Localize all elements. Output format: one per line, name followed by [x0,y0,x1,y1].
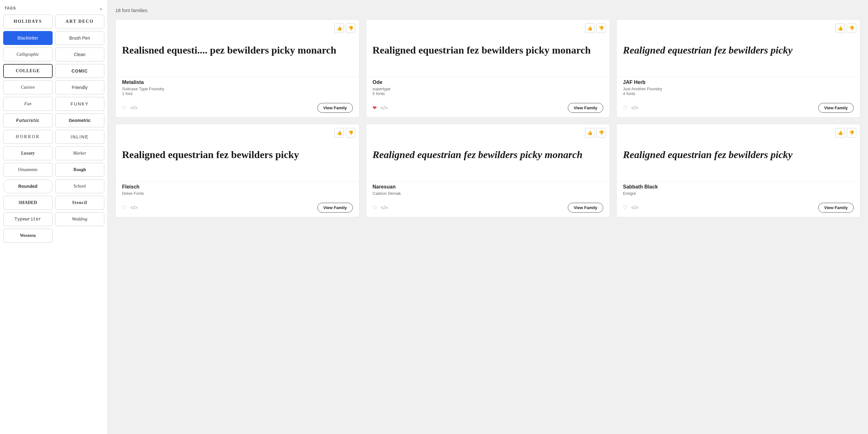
upvote-button[interactable]: 👍 [585,128,594,137]
font-count: 5 fonts [372,91,603,96]
font-card-fleisch: 👍 👎 Realigned equestrian fez bewilders p… [115,124,360,217]
tag-stencil[interactable]: Stencil [55,196,104,210]
embed-icon[interactable]: </> [631,205,639,211]
upvote-button[interactable]: 👍 [835,128,845,137]
font-foundry: Delve Fonts [122,191,353,196]
embed-icon[interactable]: </> [380,105,388,111]
view-family-button[interactable]: View Family [568,103,603,113]
tag-friendly[interactable]: Friendly [55,80,104,94]
font-card-metalista: 👍 👎 Realisned equesti.... pez bewilders … [115,19,360,118]
tag-horror[interactable]: HORROR [3,130,53,144]
tag-funky[interactable]: FUNKY [55,97,104,111]
like-icon[interactable]: ♡ [122,105,126,111]
embed-icon[interactable]: </> [130,205,137,211]
font-foundry: supertype [372,87,603,91]
font-name: Ode [372,79,603,85]
like-icon[interactable]: ♡ [623,205,627,211]
tags-grid: HOLIDAYSART DECOBlackletterBrush PenCall… [3,14,104,243]
card-info: JAF Herb Just Another Foundry 4 fonts [617,77,860,100]
tag-calligraphic[interactable]: Calligraphic [3,47,53,62]
tag-brushpen[interactable]: Brush Pen [55,31,104,45]
card-info: Ode supertype 5 fonts [366,77,610,100]
font-preview: Realigned equestrian fez bewilders picky… [366,124,610,181]
tag-western[interactable]: Western [3,229,53,243]
tag-futuristic[interactable]: Futuristic [3,113,53,127]
tag-rounded[interactable]: Rounded [3,179,53,193]
font-foundry: Just Another Foundry [623,87,854,91]
card-actions: ♡ </> View Family [116,100,359,117]
tag-clean[interactable]: Clean [55,47,104,62]
tag-artdeco[interactable]: ART DECO [55,14,104,29]
upvote-button[interactable]: 👍 [335,128,344,137]
vote-icons: 👍 👎 [335,128,355,137]
font-foundry: Cadson Demak [372,191,603,196]
downvote-button[interactable]: 👎 [596,128,606,137]
vote-icons: 👍 👎 [335,24,355,33]
tag-school[interactable]: School [55,179,104,193]
embed-icon[interactable]: </> [130,105,137,111]
font-card-ode: 👍 👎 Realigned equestrian fez bewilders p… [366,19,610,118]
tag-shaded[interactable]: SHADED [3,196,53,210]
tag-inline[interactable]: INLINE [55,130,104,144]
downvote-button[interactable]: 👎 [346,24,355,33]
tag-comic[interactable]: COMIC [55,64,104,78]
font-preview: Realigned equestrian fez bewilders picky [617,20,860,77]
tag-luxury[interactable]: Luxury [3,146,53,160]
downvote-button[interactable]: 👎 [346,128,355,137]
card-actions: ♡ </> View Family [116,200,359,217]
font-name: Sabbath Black [623,184,854,190]
like-icon[interactable]: ♡ [122,205,126,211]
tag-college[interactable]: COLLEGE [3,64,53,78]
font-preview: Realigned equestrian fez bewilders picky [116,124,359,181]
vote-icons: 👍 👎 [585,24,606,33]
tag-fun[interactable]: Fun [3,97,53,111]
view-family-button[interactable]: View Family [317,203,353,212]
font-card-sabbathblack: 👍 👎 Realigned equestrian fez bewilders p… [616,124,860,217]
vote-icons: 👍 👎 [585,128,606,137]
view-family-button[interactable]: View Family [818,103,854,113]
like-icon[interactable]: ♡ [623,105,627,111]
tag-marker[interactable]: Marker [55,146,104,160]
preview-text: Realigned equestrian fez bewilders picky [623,44,793,56]
embed-icon[interactable]: </> [631,105,639,111]
tag-ornaments[interactable]: Ornaments [3,163,53,177]
upvote-button[interactable]: 👍 [585,24,594,33]
card-actions: ❤ </> View Family [366,100,610,117]
font-preview: Realisned equesti.... pez bewilders pick… [116,20,359,77]
upvote-button[interactable]: 👍 [835,24,845,33]
upvote-button[interactable]: 👍 [335,24,344,33]
results-count: 18 font families [115,8,860,13]
tag-typewriter[interactable]: Typewriter [3,212,53,226]
tag-holidays[interactable]: HOLIDAYS [3,14,53,29]
embed-icon[interactable]: </> [381,205,388,211]
like-icon[interactable]: ♡ [372,205,377,211]
downvote-button[interactable]: 👎 [847,24,856,33]
downvote-button[interactable]: 👎 [596,24,606,33]
preview-text: Realigned equestrian fez bewilders picky [623,148,793,161]
card-info: Metalista Suitcase Type Foundry 1 font [116,77,359,100]
like-icon[interactable]: ❤ [372,105,377,111]
view-family-button[interactable]: View Family [818,203,854,212]
main-content: 18 font families 👍 👎 Realisned equesti..… [108,0,868,434]
preview-text: Realigned equestrian fez bewilders picky [122,148,299,161]
font-name: JAF Herb [623,79,854,85]
font-name: Metalista [122,79,353,85]
tags-header: TAGS ⌄ [3,3,104,14]
tag-cursive[interactable]: Cursive [3,80,53,94]
vote-icons: 👍 👎 [835,128,856,137]
tag-blackletter[interactable]: Blackletter [3,31,53,45]
sidebar: TAGS ⌄ HOLIDAYSART DECOBlackletterBrush … [0,0,108,434]
card-info: Naresuan Cadson Demak [366,181,610,200]
tag-wedding[interactable]: Wedding [55,212,104,226]
downvote-button[interactable]: 👎 [847,128,856,137]
card-actions: ♡ </> View Family [617,100,860,117]
tag-geometric[interactable]: Geometric [55,113,104,127]
font-name: Fleisch [122,184,353,190]
view-family-button[interactable]: View Family [568,203,603,212]
view-family-button[interactable]: View Family [317,103,353,113]
font-name: Naresuan [372,184,603,190]
font-card-naresuan: 👍 👎 Realigned equestrian fez bewilders p… [366,124,610,217]
font-count: 1 font [122,91,353,96]
vote-icons: 👍 👎 [835,24,856,33]
tag-rough[interactable]: Rough [55,163,104,177]
